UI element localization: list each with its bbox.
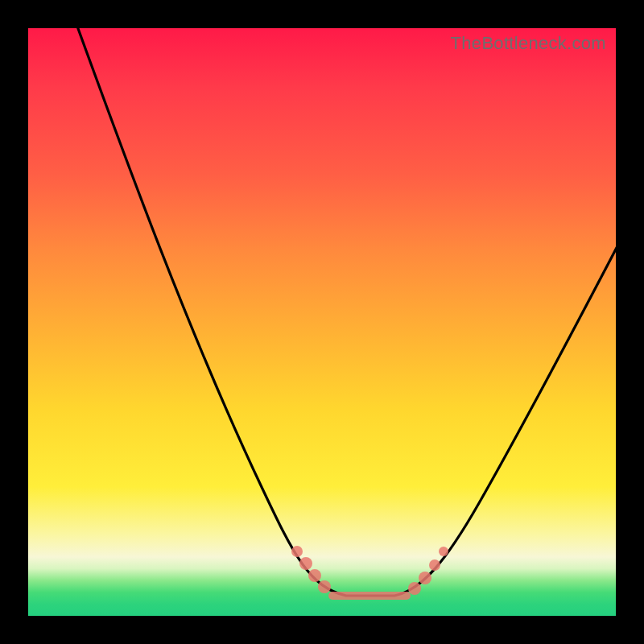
marker-dot [308, 569, 321, 582]
marker-dot [429, 559, 440, 571]
marker-dot [318, 580, 331, 593]
chart-frame: TheBottleneck.com [0, 0, 644, 644]
marker-dot [291, 546, 303, 557]
marker-dot [408, 582, 421, 595]
plot-area: TheBottleneck.com [28, 28, 616, 616]
marker-dot [439, 547, 448, 556]
marker-dot [299, 557, 312, 570]
curve-path [76, 24, 620, 596]
bottleneck-curve [28, 28, 616, 616]
marker-dot [419, 572, 431, 584]
